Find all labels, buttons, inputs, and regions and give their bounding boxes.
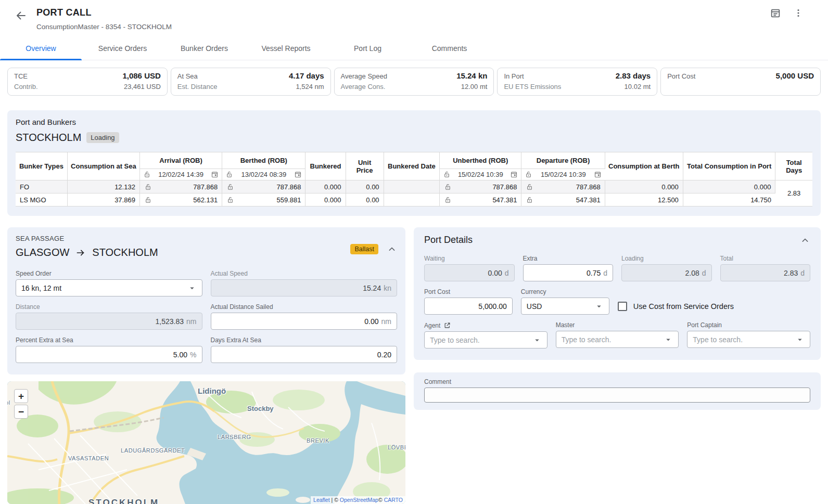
agent-search-input[interactable] bbox=[430, 336, 528, 344]
map[interactable]: + − ol Lidingö Stockby LARSBERG LADUGÅRD… bbox=[7, 381, 405, 504]
departure-rob[interactable]: 787.868 bbox=[533, 183, 600, 191]
calendar-icon[interactable] bbox=[211, 171, 219, 178]
port-captain-search[interactable] bbox=[687, 331, 810, 348]
arrival-rob[interactable]: 787.868 bbox=[152, 183, 218, 191]
days-extra-input[interactable]: 0.20 bbox=[211, 346, 398, 363]
page-subtitle: ConsumptionMaster - 8354 - STOCKHOLM bbox=[36, 23, 172, 31]
comment-input[interactable] bbox=[424, 387, 810, 403]
kpi-card-in-port: In Port2.83 days EU ETS Emissions10.02 m… bbox=[497, 68, 657, 96]
extra-input[interactable]: 0.75d bbox=[523, 264, 614, 281]
tab-bunker-orders[interactable]: Bunker Orders bbox=[163, 38, 245, 60]
unit-suffix: % bbox=[190, 351, 196, 359]
external-link-icon[interactable] bbox=[443, 321, 451, 329]
kpi-label: Port Cost bbox=[667, 71, 695, 82]
bunkered[interactable]: 0.000 bbox=[305, 180, 346, 193]
carto-link[interactable]: CARTO bbox=[384, 497, 403, 503]
actual-distance-input[interactable]: 0.00 nm bbox=[211, 313, 398, 330]
kpi-value: 2.83 days bbox=[616, 71, 651, 81]
kebab-menu-icon[interactable] bbox=[793, 7, 804, 19]
status-badge: Loading bbox=[86, 132, 119, 143]
lock-icon[interactable] bbox=[144, 183, 152, 191]
use-cost-checkbox[interactable] bbox=[618, 302, 627, 311]
field-label: Comment bbox=[424, 378, 810, 385]
lock-icon[interactable] bbox=[226, 183, 234, 191]
field-label: Actual Distance Sailed bbox=[211, 303, 398, 311]
lock-icon[interactable] bbox=[526, 183, 533, 191]
sea-passage-card: SEA PASSAGE GLASGOW STOCKHOLM Ballast Sp… bbox=[7, 227, 405, 374]
berthed-date-cell: 13/02/24 08:39 bbox=[222, 169, 305, 180]
tab-port-log[interactable]: Port Log bbox=[327, 38, 409, 60]
arrival-rob-cell: 787.868 bbox=[139, 180, 222, 193]
calendar-icon[interactable] bbox=[510, 171, 518, 178]
arrival-rob[interactable]: 562.131 bbox=[152, 196, 218, 204]
departure-rob[interactable]: 547.381 bbox=[533, 196, 600, 204]
chevron-down-icon bbox=[594, 302, 604, 311]
chevron-up-icon[interactable] bbox=[387, 244, 397, 254]
actual-speed-value: 15.24 bbox=[216, 284, 381, 292]
page-title: PORT CALL bbox=[36, 7, 172, 18]
total-value: 2.83 bbox=[726, 269, 798, 277]
tab-comments[interactable]: Comments bbox=[409, 38, 490, 60]
port-cost-input[interactable]: 5,000.00 bbox=[424, 298, 513, 315]
speed-order-select[interactable]: 16 kn, 12 mt bbox=[16, 279, 202, 296]
zoom-out-button[interactable]: − bbox=[14, 405, 28, 419]
lock-icon[interactable] bbox=[144, 196, 152, 204]
tab-overview[interactable]: Overview bbox=[0, 38, 82, 60]
lock-icon[interactable] bbox=[225, 171, 233, 178]
lock-icon[interactable] bbox=[143, 171, 151, 178]
map-label-stockby: Stockby bbox=[247, 405, 274, 412]
currency-value: USD bbox=[527, 302, 590, 311]
calendar-icon[interactable] bbox=[594, 171, 602, 178]
unberthed-datetime[interactable]: 15/02/24 10:39 bbox=[453, 171, 508, 178]
unit-price[interactable]: 0.00 bbox=[346, 180, 384, 193]
port-captain-search-input[interactable] bbox=[693, 335, 791, 344]
tab-service-orders[interactable]: Service Orders bbox=[82, 38, 163, 60]
departure-datetime[interactable]: 15/02/24 10:39 bbox=[534, 171, 592, 178]
unberthed-rob[interactable]: 787.868 bbox=[452, 183, 517, 191]
bunkered[interactable]: 0.000 bbox=[305, 193, 346, 206]
port-details-card: Port Details Waiting 0.00d Extra 0.75d L… bbox=[414, 227, 821, 360]
master-search-input[interactable] bbox=[562, 335, 660, 344]
lock-icon[interactable] bbox=[443, 171, 451, 178]
arrival-date-cell: 12/02/24 14:39 bbox=[139, 169, 222, 180]
agent-field-group: Agent bbox=[424, 321, 547, 348]
lock-icon[interactable] bbox=[526, 196, 533, 204]
col-header-arrival-rob: Arrival (ROB) bbox=[139, 152, 222, 169]
master-search[interactable] bbox=[556, 331, 679, 348]
field-label: Port Captain bbox=[687, 321, 810, 329]
percent-extra-input[interactable]: 5.00 % bbox=[16, 346, 202, 363]
actual-speed-field-group: Actual Speed 15.24 kn bbox=[211, 270, 398, 296]
map-label-vasastaden: VASASTADEN bbox=[68, 455, 109, 461]
agent-search[interactable] bbox=[424, 331, 547, 348]
leaflet-link[interactable]: Leaflet bbox=[313, 497, 330, 503]
map-tiles bbox=[7, 381, 405, 504]
currency-select[interactable]: USD bbox=[521, 298, 609, 315]
berthed-rob[interactable]: 559.881 bbox=[234, 196, 301, 204]
actual-distance-value: 0.00 bbox=[216, 317, 379, 326]
kpi-card-port-cost: Port Cost5,000 USD bbox=[660, 68, 821, 96]
lock-icon[interactable] bbox=[444, 196, 452, 204]
arrival-datetime[interactable]: 12/02/24 14:39 bbox=[153, 171, 209, 178]
back-arrow-icon[interactable] bbox=[15, 9, 27, 22]
berthed-datetime[interactable]: 13/02/24 08:39 bbox=[235, 171, 292, 178]
bunkered-date[interactable] bbox=[384, 193, 440, 206]
bunkered-date[interactable] bbox=[384, 180, 440, 193]
route-destination: STOCKHOLM bbox=[92, 247, 158, 259]
days-extra-field-group: Days Extra At Sea 0.20 bbox=[211, 337, 398, 363]
berthed-rob[interactable]: 787.868 bbox=[234, 183, 301, 191]
unberthed-rob[interactable]: 547.381 bbox=[452, 196, 517, 204]
lock-icon[interactable] bbox=[226, 196, 234, 204]
chevron-up-icon[interactable] bbox=[800, 235, 810, 245]
zoom-in-button[interactable]: + bbox=[14, 389, 28, 403]
arrival-rob-cell: 562.131 bbox=[139, 193, 222, 206]
openstreetmap-link[interactable]: OpenStreetMap bbox=[340, 497, 378, 503]
bunker-type: LS MGO bbox=[16, 193, 67, 206]
lock-icon[interactable] bbox=[444, 183, 452, 191]
total-field: 2.83d bbox=[720, 264, 811, 281]
calendar-icon[interactable] bbox=[294, 171, 302, 178]
event-note-icon[interactable] bbox=[770, 7, 781, 19]
map-label-lovberg: LÖVBER bbox=[388, 444, 405, 450]
tab-vessel-reports[interactable]: Vessel Reports bbox=[245, 38, 327, 60]
unit-price[interactable]: 0.00 bbox=[346, 193, 384, 206]
lock-icon[interactable] bbox=[525, 171, 532, 178]
